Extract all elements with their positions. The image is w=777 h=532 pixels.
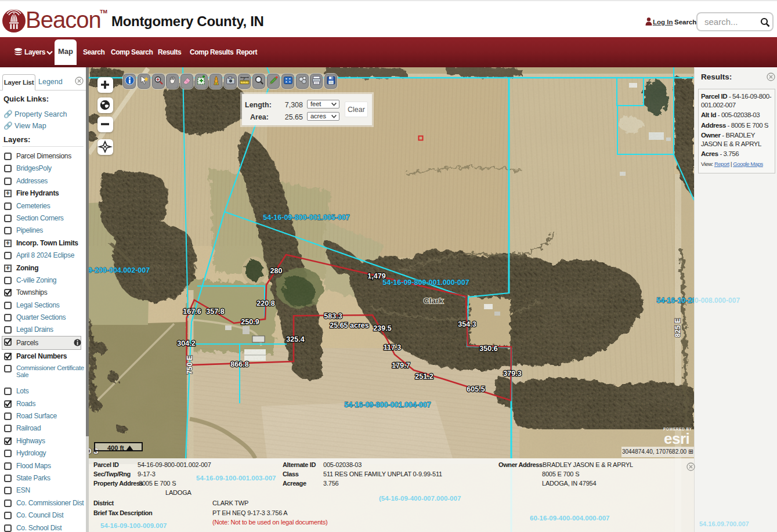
svg-text:54-16-09-800-001.004-007: 54-16-09-800-001.004-007	[344, 401, 431, 409]
svg-text:9-200-004.002-007: 9-200-004.002-007	[89, 266, 150, 274]
svg-text:25.65 acres: 25.65 acres	[330, 321, 368, 330]
svg-text:54-16-09-800-001.005-007: 54-16-09-800-001.005-007	[263, 213, 349, 222]
svg-text:325.4: 325.4	[286, 335, 304, 343]
svg-text:?: ?	[243, 76, 245, 81]
svg-text:239.5: 239.5	[373, 324, 391, 332]
svg-text:167.6: 167.6	[183, 307, 201, 316]
svg-text:825 E: 825 E	[674, 319, 682, 338]
svg-text:220.8: 220.8	[256, 299, 274, 307]
svg-text:750 E: 750 E	[186, 356, 194, 375]
svg-text:583.3: 583.3	[324, 312, 342, 320]
svg-text:379.3: 379.3	[503, 370, 521, 378]
svg-text:866.8: 866.8	[230, 360, 248, 368]
svg-text:54-16-09-800-001.000-007: 54-16-09-800-001.000-007	[382, 278, 469, 287]
svg-text:605.5: 605.5	[467, 385, 485, 393]
svg-text:179.7: 179.7	[392, 361, 410, 370]
svg-text:Clark: Clark	[424, 296, 443, 305]
svg-text:250.9: 250.9	[241, 318, 259, 326]
svg-text:304.2: 304.2	[177, 339, 195, 348]
svg-text:117.3: 117.3	[384, 343, 402, 352]
svg-text:354.3: 354.3	[458, 320, 476, 328]
svg-text:54-16-10-200-008.000-007: 54-16-10-200-008.000-007	[656, 296, 694, 305]
svg-text:251.2: 251.2	[415, 372, 433, 381]
svg-text:357.8: 357.8	[206, 307, 224, 316]
svg-text:280: 280	[270, 267, 283, 275]
svg-text:350.6: 350.6	[479, 345, 497, 353]
